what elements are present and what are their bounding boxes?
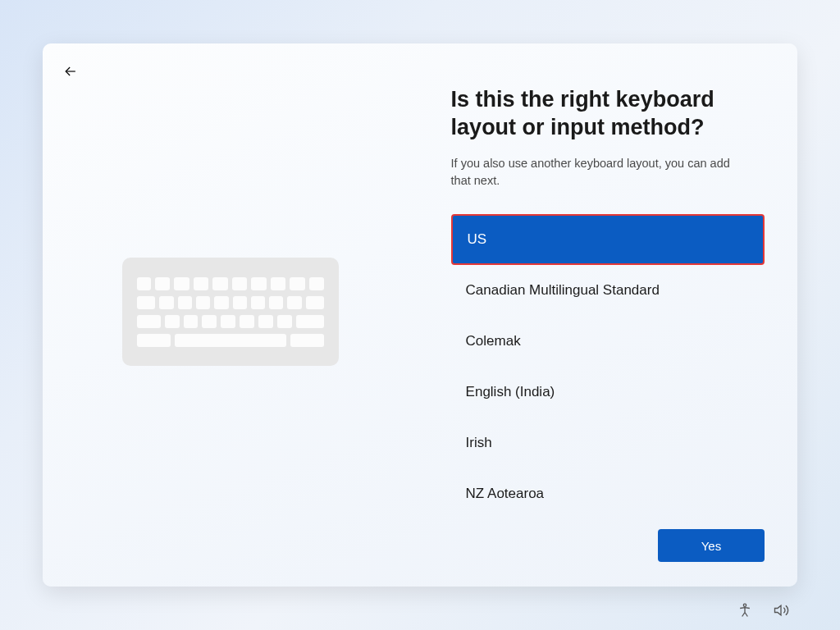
page-title: Is this the right keyboard layout or inp…: [451, 86, 763, 142]
layout-option-canadian[interactable]: Canadian Multilingual Standard: [451, 265, 765, 316]
layout-option-nz-aotearoa[interactable]: NZ Aotearoa: [451, 468, 765, 519]
layout-option-us[interactable]: US: [451, 214, 765, 265]
layout-option-colemak[interactable]: Colemak: [451, 316, 765, 367]
svg-point-0: [743, 604, 746, 606]
footer-actions: Yes: [451, 529, 765, 562]
keyboard-icon: [122, 258, 339, 366]
keyboard-layout-list: US Canadian Multilingual Standard Colema…: [451, 214, 765, 519]
content-column: Is this the right keyboard layout or inp…: [405, 43, 797, 587]
volume-icon[interactable]: [773, 602, 789, 619]
accessibility-icon[interactable]: [737, 602, 753, 619]
illustration-column: [43, 43, 405, 587]
system-tray: [737, 602, 789, 619]
page-subtitle: If you also use another keyboard layout,…: [451, 155, 746, 189]
yes-button[interactable]: Yes: [658, 529, 765, 562]
layout-option-english-india[interactable]: English (India): [451, 367, 765, 418]
layout-option-irish[interactable]: Irish: [451, 418, 765, 468]
setup-panel: Is this the right keyboard layout or inp…: [43, 43, 797, 587]
